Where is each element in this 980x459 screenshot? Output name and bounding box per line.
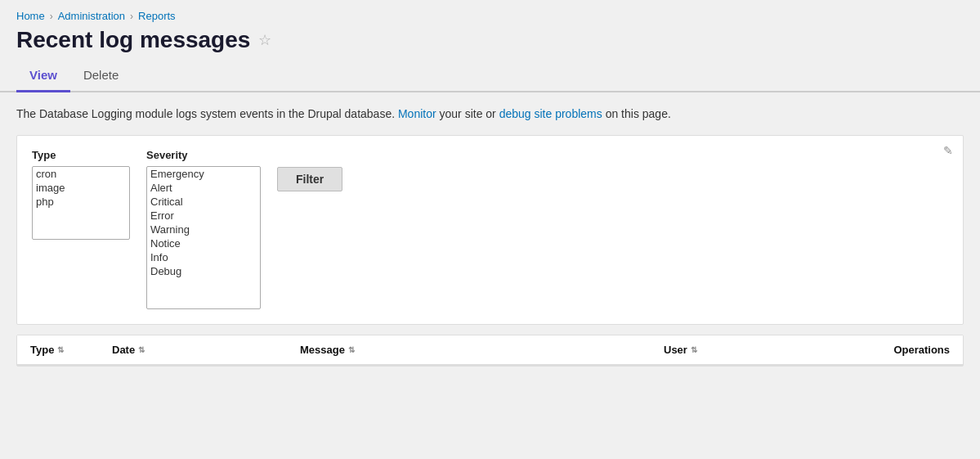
breadcrumb-administration[interactable]: Administration — [58, 10, 125, 22]
sort-date-icon[interactable]: ⇅ — [138, 346, 145, 354]
th-type-label: Type — [30, 344, 54, 356]
filter-type-group: Type cron image php — [32, 149, 130, 240]
filter-button[interactable]: Filter — [277, 167, 342, 191]
th-operations: Operations — [827, 344, 950, 356]
severity-debug[interactable]: Debug — [147, 264, 260, 278]
breadcrumb-sep-1: › — [50, 11, 53, 22]
filter-btn-area: Filter — [277, 149, 342, 191]
debug-link[interactable]: debug site problems — [499, 107, 602, 120]
filter-severity-group: Severity Emergency Alert Critical Error … — [146, 149, 261, 309]
breadcrumb-sep-2: › — [130, 11, 133, 22]
severity-error[interactable]: Error — [147, 209, 260, 223]
breadcrumb-area: Home › Administration › Reports — [0, 0, 980, 22]
severity-critical[interactable]: Critical — [147, 195, 260, 209]
th-message-label: Message — [300, 344, 345, 356]
severity-notice[interactable]: Notice — [147, 236, 260, 250]
breadcrumb: Home › Administration › Reports — [16, 10, 964, 22]
severity-alert[interactable]: Alert — [147, 181, 260, 195]
description-text-after: on this page. — [602, 107, 671, 120]
star-icon[interactable]: ☆ — [258, 31, 271, 49]
th-user: User ⇅ — [664, 344, 827, 356]
severity-label: Severity — [146, 149, 261, 161]
th-date-label: Date — [112, 344, 135, 356]
type-option-image[interactable]: image — [33, 181, 129, 195]
th-type: Type ⇅ — [30, 344, 112, 356]
th-user-label: User — [664, 344, 687, 356]
description-area: The Database Logging module logs system … — [0, 92, 980, 128]
page-wrapper: Home › Administration › Reports Recent l… — [0, 0, 980, 367]
edit-icon[interactable]: ✎ — [943, 144, 953, 157]
type-option-cron[interactable]: cron — [33, 167, 129, 181]
th-operations-label: Operations — [893, 344, 950, 356]
filter-box: ✎ Type cron image php Severity Emergency… — [16, 135, 964, 325]
severity-info[interactable]: Info — [147, 250, 260, 264]
sort-message-icon[interactable]: ⇅ — [348, 346, 355, 354]
severity-select[interactable]: Emergency Alert Critical Error Warning N… — [146, 166, 261, 309]
table-header: Type ⇅ Date ⇅ Message ⇅ User ⇅ Operation… — [17, 335, 963, 366]
page-header: Recent log messages ☆ — [0, 22, 980, 53]
breadcrumb-home[interactable]: Home — [16, 10, 45, 22]
sort-type-icon[interactable]: ⇅ — [57, 346, 64, 354]
breadcrumb-reports[interactable]: Reports — [138, 10, 176, 22]
tabs-area: View Delete — [0, 53, 980, 92]
th-message: Message ⇅ — [300, 344, 664, 356]
monitor-link[interactable]: Monitor — [398, 107, 436, 120]
page-title: Recent log messages — [16, 27, 250, 53]
description-text-middle: your site or — [436, 107, 499, 120]
tab-delete[interactable]: Delete — [70, 61, 132, 92]
th-date: Date ⇅ — [112, 344, 300, 356]
table-area: Type ⇅ Date ⇅ Message ⇅ User ⇅ Operation… — [16, 335, 964, 367]
type-label: Type — [32, 149, 130, 161]
filter-row: Type cron image php Severity Emergency A… — [32, 149, 948, 309]
type-select[interactable]: cron image php — [32, 166, 130, 240]
sort-user-icon[interactable]: ⇅ — [691, 346, 697, 354]
tab-view[interactable]: View — [16, 61, 70, 92]
severity-warning[interactable]: Warning — [147, 223, 260, 236]
severity-emergency[interactable]: Emergency — [147, 167, 260, 181]
description-text-before: The Database Logging module logs system … — [16, 107, 398, 120]
type-option-php[interactable]: php — [33, 195, 129, 209]
